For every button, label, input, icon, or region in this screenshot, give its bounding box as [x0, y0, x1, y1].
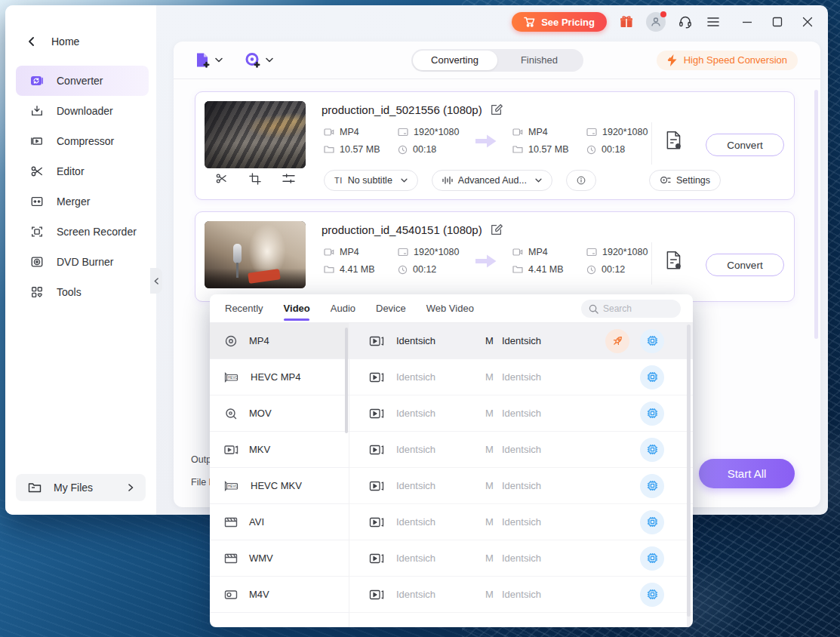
tab-video[interactable]: Video	[284, 294, 310, 322]
sidebar-item-editor[interactable]: Editor	[16, 156, 149, 186]
menu-hamburger-icon[interactable]	[705, 14, 722, 30]
crop-icon[interactable]	[249, 173, 261, 185]
sidebar-item-screen-recorder[interactable]: Screen Recorder	[16, 217, 149, 247]
divider	[651, 122, 652, 165]
preset-row-2[interactable]: Identsich M Identsich	[349, 359, 693, 395]
preset-name: Identsich	[396, 371, 485, 383]
output-file-settings-icon[interactable]	[664, 130, 684, 151]
duration-value: 00:12	[398, 264, 459, 275]
preset-row-3[interactable]: Identsich M Identsich	[349, 395, 693, 432]
preset-quality: M	[485, 589, 502, 600]
preset-list-scrollbar[interactable]	[687, 323, 691, 627]
my-files-button[interactable]: My Files	[16, 474, 146, 501]
preset-row-8[interactable]: Identsich M Identsich	[349, 577, 693, 613]
tab-converting[interactable]: Converting	[413, 51, 497, 70]
format-item-hevc-mp4[interactable]: HEVC HEVC MP4	[210, 359, 349, 395]
gpu-chip-icon[interactable]	[640, 583, 664, 607]
support-headset-icon[interactable]	[677, 14, 694, 30]
preset-row-7[interactable]: Identsich M Identsich	[349, 540, 693, 577]
start-all-button[interactable]: Start All	[699, 459, 795, 488]
sidebar-item-compressor[interactable]: Compressor	[16, 126, 149, 156]
preset-quality: M	[485, 408, 502, 419]
advanced-audio-dropdown[interactable]: Advanced Aud...	[432, 170, 552, 191]
convert-button-2[interactable]: Convert	[706, 254, 784, 276]
format-item-wmv[interactable]: WMV	[210, 540, 349, 577]
preset-row-1[interactable]: Identsich M Identsich	[349, 323, 693, 359]
preset-row-4[interactable]: Identsich M Identsich	[349, 432, 693, 468]
format-label: HEVC MKV	[251, 480, 302, 491]
add-file-button[interactable]	[193, 51, 223, 69]
add-url-button[interactable]	[244, 51, 273, 69]
effects-sliders-icon[interactable]	[282, 173, 295, 184]
see-pricing-button[interactable]: See Pricing	[512, 12, 607, 32]
preset-row-6[interactable]: Identsich M Identsich	[349, 504, 693, 540]
dvd-burner-icon	[29, 254, 45, 269]
account-avatar[interactable]	[646, 12, 666, 32]
format-item-mp4[interactable]: MP4	[210, 323, 349, 359]
search-input[interactable]	[603, 303, 671, 314]
gpu-chip-icon[interactable]	[640, 365, 664, 389]
sidebar-item-downloader[interactable]: Downloader	[16, 96, 149, 126]
main-scrollbar[interactable]	[814, 90, 818, 339]
rename-edit-icon[interactable]	[490, 103, 503, 116]
high-speed-rocket-icon[interactable]	[605, 329, 629, 353]
home-back-button[interactable]: Home	[5, 5, 156, 48]
preset-detail: Identsich	[502, 516, 541, 528]
subtitle-dropdown[interactable]: TI No subtitle	[324, 170, 418, 191]
add-file-icon	[193, 51, 211, 69]
gpu-chip-icon[interactable]	[640, 510, 664, 534]
sidebar-item-label: Editor	[57, 165, 85, 177]
format-value: MP4	[512, 247, 586, 257]
sidebar-item-label: Converter	[57, 75, 103, 87]
sidebar-item-label: Merger	[57, 195, 90, 208]
convert-button-1[interactable]: Convert	[706, 134, 784, 156]
sidebar-item-dvd-burner[interactable]: DVD Burner	[16, 247, 149, 277]
gpu-chip-icon[interactable]	[640, 438, 664, 462]
trim-scissors-icon[interactable]	[215, 172, 228, 185]
rename-edit-icon[interactable]	[490, 223, 503, 236]
format-item-hevc-mkv[interactable]: HEVC HEVC MKV	[210, 468, 349, 504]
tab-recently[interactable]: Recently	[225, 294, 263, 322]
chevron-down-icon	[401, 178, 408, 183]
search-icon	[589, 304, 598, 314]
info-button[interactable]	[566, 170, 596, 191]
source-meta-1: MP4 1920*1080 10.57 MB 00:18	[324, 127, 459, 155]
sidebar-collapse-handle[interactable]	[150, 268, 162, 294]
format-list-scrollbar[interactable]	[345, 328, 348, 433]
tab-audio[interactable]: Audio	[331, 294, 355, 322]
maximize-button[interactable]	[769, 14, 786, 30]
sidebar-item-merger[interactable]: Merger	[16, 186, 149, 217]
chevron-down-icon	[535, 178, 542, 183]
high-speed-conversion-toggle[interactable]: High Speed Conversion	[657, 51, 798, 70]
output-file-settings-icon[interactable]	[664, 250, 684, 271]
gpu-chip-icon[interactable]	[640, 402, 664, 426]
tab-finished[interactable]: Finished	[497, 51, 582, 70]
preset-name: Identsich	[396, 516, 485, 528]
format-item-mkv[interactable]: MKV	[210, 432, 349, 468]
gpu-chip-icon[interactable]	[640, 474, 664, 498]
see-pricing-label: See Pricing	[541, 17, 595, 28]
minimize-button[interactable]	[739, 14, 755, 30]
gpu-chip-icon[interactable]	[640, 329, 664, 353]
video-thumbnail-2	[205, 221, 306, 288]
format-item-mov[interactable]: MOV	[210, 395, 349, 432]
gpu-chip-icon[interactable]	[640, 546, 664, 571]
file-title: production_id_4540151 (1080p)	[322, 223, 482, 236]
settings-button[interactable]: Settings	[649, 170, 721, 191]
sidebar-item-label: Compressor	[57, 135, 114, 147]
sidebar-item-converter[interactable]: Converter	[16, 66, 149, 96]
preset-detail: Identsich	[502, 371, 541, 383]
tab-web-video[interactable]: Web Video	[426, 294, 474, 322]
sidebar-item-tools[interactable]: Tools	[16, 277, 149, 307]
format-item-m4v[interactable]: M4V	[210, 577, 349, 613]
format-value: MP4	[324, 247, 398, 257]
format-popup-body: MP4 HEVC HEVC MP4 MOV MKV HEVC HEVC MKV …	[210, 323, 693, 627]
close-button[interactable]	[799, 14, 816, 30]
preset-quality: M	[485, 480, 502, 491]
svg-text:HEVC: HEVC	[228, 484, 238, 488]
tab-device[interactable]: Device	[376, 294, 406, 322]
preset-row-5[interactable]: Identsich M Identsich	[349, 468, 693, 504]
format-item-avi[interactable]: AVI	[210, 504, 349, 540]
gift-icon[interactable]	[618, 14, 635, 30]
sidebar-item-label: Screen Recorder	[57, 226, 137, 238]
